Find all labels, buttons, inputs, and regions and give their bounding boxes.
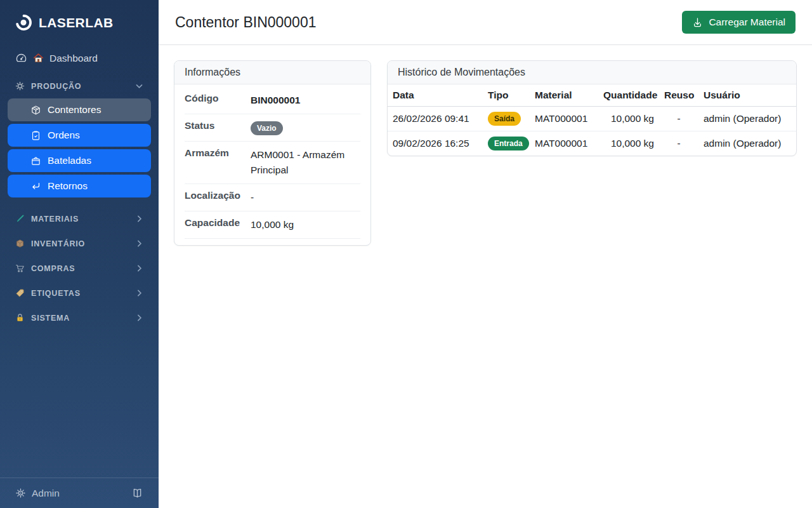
- sidebar-section-etiquetas[interactable]: ETIQUETAS: [0, 282, 159, 304]
- sidebar-item-bateladas[interactable]: Bateladas: [8, 149, 151, 172]
- producao-submenu: Contentores Ordens: [0, 97, 159, 205]
- sidebar-item-label: Bateladas: [48, 155, 91, 166]
- page-content: Informações Código BIN000001 Status Vazi…: [159, 45, 812, 261]
- column-header-material: Material: [530, 84, 598, 107]
- info-value: -: [251, 190, 360, 205]
- cell-reuso: -: [659, 131, 698, 156]
- box-icon: [30, 105, 41, 116]
- lock-icon: [15, 313, 25, 323]
- sidebar-nav: Dashboard PRODUÇÃO: [0, 46, 159, 329]
- cell-type: Entrada: [483, 131, 530, 156]
- box-arrow-in-down-icon: [692, 17, 703, 28]
- sidebar-section-producao[interactable]: PRODUÇÃO: [0, 75, 159, 97]
- chevron-right-icon: [135, 215, 143, 223]
- info-row-codigo: Código BIN000001: [185, 87, 360, 114]
- sidebar: LASERLAB Dashboa: [0, 0, 159, 508]
- info-label: Código: [185, 93, 251, 104]
- entrada-badge: Entrada: [488, 137, 529, 150]
- batch-box-icon: [30, 156, 41, 166]
- info-row-status: Status Vazio: [185, 114, 360, 142]
- info-value: BIN000001: [251, 93, 360, 108]
- main-area: Contentor BIN000001 Carregar Material In…: [159, 0, 812, 508]
- info-label: Localização: [185, 190, 251, 201]
- cell-material: MAT000001: [530, 131, 598, 156]
- sidebar-item-dashboard[interactable]: Dashboard: [0, 46, 159, 70]
- info-card-body: Código BIN000001 Status Vazio Armazém AR…: [174, 84, 370, 245]
- section-label: MATERIAIS: [31, 215, 129, 224]
- section-label: PRODUÇÃO: [31, 82, 129, 91]
- carregar-material-button[interactable]: Carregar Material: [682, 11, 796, 34]
- table-header-row: Data Tipo Material Quantidade Reuso Usuá…: [388, 84, 796, 107]
- sidebar-item-ordens[interactable]: Ordens: [8, 124, 151, 147]
- sidebar-section-inventario[interactable]: INVENTÁRIO: [0, 232, 159, 255]
- sidebar-footer-admin[interactable]: Admin: [15, 488, 60, 499]
- table-row: 09/02/2026 16:25 Entrada MAT000001 10,00…: [388, 131, 796, 156]
- gear-icon: [15, 488, 26, 498]
- cell-user: admin (Operador): [698, 131, 796, 156]
- info-label: Capacidade: [185, 217, 251, 229]
- page-header: Contentor BIN000001 Carregar Material: [159, 0, 812, 45]
- section-label: COMPRAS: [31, 264, 129, 273]
- column-header-reuso: Reuso: [659, 84, 698, 107]
- page-title: Contentor BIN000001: [175, 14, 317, 31]
- column-header-usuario: Usuário: [698, 84, 796, 107]
- column-header-tipo: Tipo: [483, 84, 530, 107]
- sidebar-item-label: Ordens: [48, 130, 80, 141]
- laserlab-logo-icon: [15, 14, 32, 31]
- house-icon: [33, 53, 44, 64]
- info-value: 10,000 kg: [251, 217, 360, 232]
- sidebar-item-contentores[interactable]: Contentores: [8, 98, 151, 121]
- sidebar-section-materiais[interactable]: MATERIAIS: [0, 208, 159, 230]
- info-card-title: Informações: [174, 61, 370, 84]
- cell-reuso: -: [659, 107, 698, 131]
- history-table: Data Tipo Material Quantidade Reuso Usuá…: [388, 84, 796, 156]
- status-badge: Vazio: [251, 121, 283, 135]
- sidebar-section-compras[interactable]: COMPRAS: [0, 257, 159, 279]
- sidebar-item-label: Retornos: [48, 180, 88, 192]
- info-row-capacidade: Capacidade 10,000 kg: [185, 211, 360, 239]
- tag-icon: [15, 288, 25, 298]
- package-icon: [15, 239, 25, 248]
- clipboard-check-icon: [30, 130, 41, 141]
- column-header-quantidade: Quantidade: [598, 84, 659, 107]
- info-value: Vazio: [251, 120, 360, 135]
- return-arrow-icon: [30, 181, 41, 192]
- sidebar-section-sistema[interactable]: SISTEMA: [0, 307, 159, 329]
- pen-icon: [15, 214, 25, 224]
- history-card: Histórico de Movimentações Data Tipo Mat…: [387, 60, 797, 156]
- cell-date: 09/02/2026 16:25: [388, 131, 483, 156]
- app-root: LASERLAB Dashboa: [0, 0, 812, 508]
- sidebar-item-label: Dashboard: [49, 53, 98, 64]
- saida-badge: Saída: [488, 112, 521, 126]
- chevron-right-icon: [135, 264, 143, 272]
- section-label: SISTEMA: [31, 314, 129, 323]
- table-row: 26/02/2026 09:41 Saída MAT000001 10,000 …: [388, 107, 796, 131]
- section-label: INVENTÁRIO: [31, 239, 129, 248]
- sidebar-item-label: Contentores: [48, 104, 101, 116]
- chevron-right-icon: [135, 314, 143, 322]
- history-card-title: Histórico de Movimentações: [388, 61, 796, 84]
- chevron-right-icon: [135, 239, 143, 248]
- brand[interactable]: LASERLAB: [0, 0, 159, 46]
- chevron-right-icon: [135, 289, 143, 297]
- gauge-icon: [15, 52, 27, 64]
- cell-type: Saída: [483, 107, 530, 131]
- info-label: Armazém: [185, 147, 251, 159]
- section-label: ETIQUETAS: [31, 289, 129, 298]
- sidebar-item-retornos[interactable]: Retornos: [8, 175, 151, 197]
- cell-quantity: 10,000 kg: [598, 131, 659, 156]
- cell-quantity: 10,000 kg: [598, 107, 659, 131]
- footer-admin-label: Admin: [32, 488, 60, 499]
- info-row-armazem: Armazém ARM0001 - Armazém Principal: [185, 142, 360, 184]
- info-row-localizacao: Localização -: [185, 184, 360, 211]
- cell-material: MAT000001: [530, 107, 598, 131]
- info-card: Informações Código BIN000001 Status Vazi…: [174, 60, 371, 246]
- cart-icon: [15, 264, 25, 273]
- button-label: Carregar Material: [709, 17, 785, 28]
- column-header-data: Data: [388, 84, 483, 107]
- sidebar-footer: Admin: [0, 478, 159, 508]
- info-label: Status: [185, 120, 251, 131]
- book-icon[interactable]: [131, 487, 143, 499]
- info-value: ARM0001 - Armazém Principal: [251, 147, 360, 178]
- cell-user: admin (Operador): [698, 107, 796, 131]
